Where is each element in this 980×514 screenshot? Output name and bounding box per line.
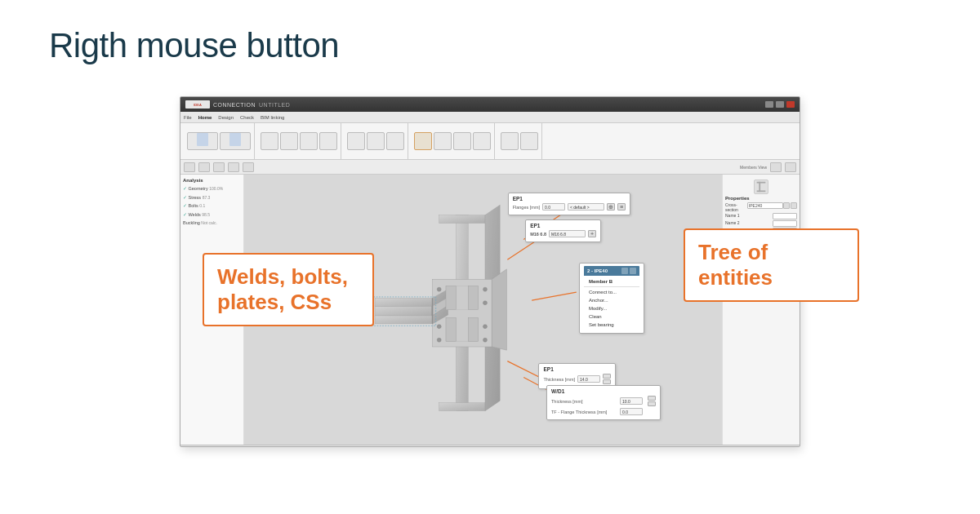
toolbar-group-2 xyxy=(257,123,341,159)
context-item-set-bearing[interactable]: Set bearing xyxy=(584,321,639,329)
tree-annotation-box: Tree of entities xyxy=(684,228,859,302)
app-file-name: UNTITLED xyxy=(259,102,290,108)
svg-marker-5 xyxy=(492,269,506,350)
svg-rect-35 xyxy=(759,182,760,192)
wd1-thickness-label: Thickness [mm] xyxy=(551,399,617,404)
toolbar-btn-13[interactable] xyxy=(473,132,491,150)
bottom-tab-info[interactable]: INFO xyxy=(395,447,414,448)
secondary-toolbar: Members View xyxy=(180,160,800,175)
svg-rect-14 xyxy=(375,306,432,316)
toolbar-btn-4[interactable] xyxy=(280,132,298,150)
sec-btn-6[interactable] xyxy=(770,162,782,172)
menu-home[interactable]: Home xyxy=(198,115,212,120)
sec-btn-1[interactable] xyxy=(184,162,195,172)
bottom-tab-stress[interactable]: Section: Stress details xyxy=(209,447,261,448)
context-item-anchor[interactable]: Anchor... xyxy=(584,296,639,304)
cross-section-label: Cross-section xyxy=(725,202,747,212)
svg-point-11 xyxy=(483,325,488,329)
properties-name1-row: Name 1 xyxy=(725,213,797,219)
name1-label: Name 1 xyxy=(725,213,740,219)
toolbar-btn-new[interactable] xyxy=(187,132,218,150)
toolbar-btn-5[interactable] xyxy=(300,132,318,150)
app-product-name: CONNECTION xyxy=(213,102,256,108)
properties-name2-row: Name 2 xyxy=(725,220,797,227)
tree-annotation-text: Tree of entities xyxy=(698,240,844,290)
svg-rect-21 xyxy=(468,286,478,310)
wd1-btn-down[interactable] xyxy=(648,401,656,406)
ep1-m16-label: M16 6.8 xyxy=(530,232,546,237)
cross-section-value[interactable]: IPE240 xyxy=(747,202,783,209)
toolbar-btn-10[interactable] xyxy=(414,132,432,150)
context-item-member-b[interactable]: Member B xyxy=(584,277,639,286)
context-item-clean[interactable]: Clean xyxy=(584,312,639,321)
bottom-tab-code[interactable]: Code: EN (Eurocode) xyxy=(266,447,318,448)
toolbar-btn-9[interactable] xyxy=(386,132,404,150)
wd1-flange-value[interactable]: 0.0 xyxy=(620,408,643,415)
app-logo: IDEA xyxy=(185,100,210,109)
sec-btn-7[interactable] xyxy=(785,162,796,172)
context-header-btn2[interactable] xyxy=(630,268,636,274)
context-menu-header: 2 - IPE40 xyxy=(584,266,639,276)
sec-btn-4[interactable] xyxy=(228,162,239,172)
toolbar-btn-open[interactable] xyxy=(220,132,251,150)
toolbar-btn-6[interactable] xyxy=(319,132,337,150)
ep1-m16-add-btn[interactable]: + xyxy=(588,230,596,237)
ep1-flanges-value[interactable]: 0.0 xyxy=(542,203,565,210)
svg-rect-20 xyxy=(446,286,456,310)
ep1-flanges-btn2[interactable]: ≡ xyxy=(617,203,626,210)
close-button[interactable] xyxy=(786,101,795,108)
left-panel-bolts: ✓ Bolts 0.1 xyxy=(183,202,241,210)
name1-value[interactable] xyxy=(773,213,797,219)
menu-file[interactable]: File xyxy=(184,115,192,120)
toolbar-btn-12[interactable] xyxy=(453,132,471,150)
svg-point-7 xyxy=(483,287,488,291)
cross-section-edit-btn[interactable] xyxy=(783,202,790,209)
menu-check[interactable]: Check xyxy=(240,115,254,120)
sec-btn-2[interactable] xyxy=(198,162,210,172)
welds-annotation-box: Welds, bolts,plates, CSs xyxy=(203,253,374,326)
context-menu-box: 2 - IPE40 Member B Connect to... Anchor.… xyxy=(579,263,644,334)
menu-bim[interactable]: BIM linking xyxy=(261,115,284,120)
toolbar-btn-11[interactable] xyxy=(434,132,452,150)
toolbar xyxy=(180,123,800,160)
left-panel-welds: ✓ Welds 98.5 xyxy=(183,211,241,219)
bottom-tab-iterations[interactable]: Last iterations: last completed xyxy=(323,447,390,448)
ep1-thickness-btn-down[interactable] xyxy=(603,379,611,384)
maximize-button[interactable] xyxy=(776,101,784,108)
ep1-m16-selector[interactable]: M16 6.8 xyxy=(549,230,586,237)
context-header-btn1[interactable] xyxy=(621,268,628,274)
toolbar-btn-8[interactable] xyxy=(367,132,385,150)
name2-label: Name 2 xyxy=(725,220,740,227)
ep1-thickness-value[interactable]: 14.0 xyxy=(577,375,600,383)
ep1-flanges-dropdown[interactable]: < default > xyxy=(568,203,604,210)
page-title: Rigth mouse button xyxy=(49,26,339,65)
bottom-toolbar: Loads Section: Stress details Code: EN (… xyxy=(180,445,800,447)
svg-rect-37 xyxy=(757,190,766,192)
wd1-btn-up[interactable] xyxy=(648,396,656,401)
svg-point-12 xyxy=(437,338,441,342)
toolbar-btn-14[interactable] xyxy=(501,132,519,150)
wd1-flange-thickness-label: TF - Flange Thickness [mm] xyxy=(551,410,617,414)
svg-rect-1 xyxy=(439,215,485,224)
context-item-connect-to[interactable]: Connect to... xyxy=(584,288,639,296)
sec-btn-5[interactable] xyxy=(243,162,254,172)
toolbar-btn-3[interactable] xyxy=(261,132,278,150)
menu-design[interactable]: Design xyxy=(218,115,234,120)
bottom-tab-loads[interactable]: Loads xyxy=(184,447,204,448)
toolbar-group-1 xyxy=(184,123,255,159)
ep1-thickness-btn-up[interactable] xyxy=(603,374,611,379)
minimize-button[interactable] xyxy=(765,101,773,108)
toolbar-group-4 xyxy=(411,123,495,159)
wd1-thickness-value[interactable]: 10.0 xyxy=(620,397,643,405)
ep1-flanges-title: EP1 xyxy=(513,196,626,202)
ep1-flanges-label: Flanges [mm] xyxy=(513,205,540,210)
toolbar-btn-15[interactable] xyxy=(520,132,538,150)
cross-section-info-btn[interactable] xyxy=(791,202,797,209)
ep1-flanges-btn1[interactable]: ⊕ xyxy=(607,203,615,210)
sec-btn-3[interactable] xyxy=(213,162,225,172)
context-item-modify[interactable]: Modify... xyxy=(584,304,639,312)
toolbar-btn-7[interactable] xyxy=(347,132,365,150)
svg-point-13 xyxy=(483,338,488,342)
name2-value[interactable] xyxy=(773,220,797,227)
ep1-m16-title: EP1 xyxy=(530,223,596,228)
